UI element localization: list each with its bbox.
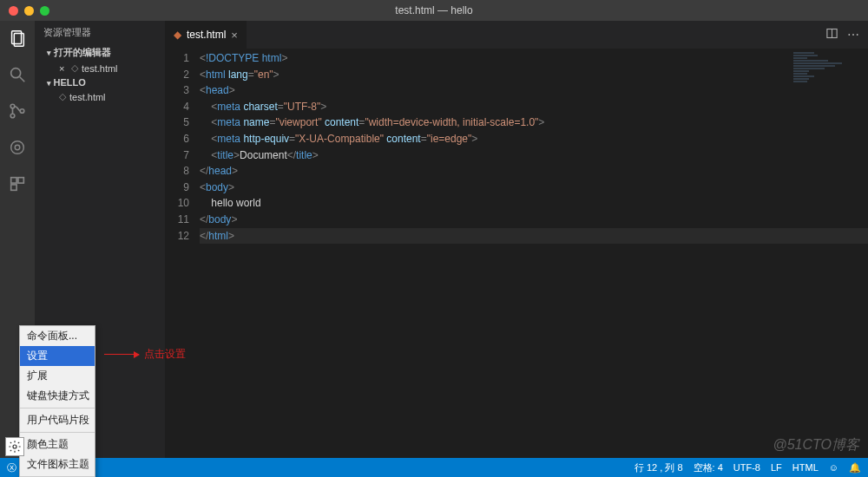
- annotation-arrow: 点击设置: [104, 347, 186, 362]
- maximize-window-button[interactable]: [40, 6, 49, 16]
- open-editor-item[interactable]: ×◇test.html: [35, 61, 165, 75]
- editor-tabs: ◆ test.html × ⋯: [165, 21, 868, 49]
- menu-item[interactable]: 设置: [20, 346, 95, 366]
- menu-item[interactable]: 扩展: [20, 366, 95, 386]
- search-icon[interactable]: [7, 64, 28, 85]
- open-editors-section[interactable]: 打开的编辑器: [35, 44, 165, 61]
- explorer-title: 资源管理器: [35, 21, 165, 44]
- language-status[interactable]: HTML: [792, 462, 819, 473]
- eol-status[interactable]: LF: [771, 462, 782, 473]
- menu-item[interactable]: 颜色主题: [20, 435, 95, 454]
- file-icon: ◇: [71, 62, 78, 74]
- cursor-position[interactable]: 行 12 , 列 8: [635, 461, 683, 474]
- editor-area: ◆ test.html × ⋯ 123456789101112 <!DOCTYP…: [165, 21, 868, 458]
- workspace-section[interactable]: HELLO: [35, 75, 165, 89]
- settings-context-menu: 命令面板...设置扩展键盘快捷方式用户代码片段颜色主题文件图标主题检查更新...: [19, 325, 95, 477]
- svg-rect-11: [11, 185, 16, 190]
- settings-gear-button[interactable]: [5, 437, 24, 456]
- file-name: test.html: [69, 92, 106, 102]
- watermark: @51CTO博客: [773, 436, 859, 454]
- vscode-window: test.html — hello 资源管理器 打开的编辑器 ×◇test.ht…: [0, 0, 868, 477]
- line-numbers: 123456789101112: [165, 50, 200, 244]
- titlebar: test.html — hello: [0, 0, 868, 21]
- annotation-text: 点击设置: [144, 347, 186, 362]
- menu-item[interactable]: 文件图标主题: [20, 454, 95, 474]
- close-tab-icon[interactable]: ×: [231, 29, 238, 42]
- explorer-icon[interactable]: [7, 28, 28, 49]
- svg-rect-10: [18, 178, 23, 183]
- window-controls: [9, 6, 49, 16]
- extensions-icon[interactable]: [7, 173, 28, 194]
- indent-status[interactable]: 空格: 4: [694, 461, 723, 474]
- tab-label: test.html: [187, 29, 226, 41]
- menu-item[interactable]: 命令面板...: [20, 326, 95, 346]
- status-bar: ⓧ 0 ⚠ 0 行 12 , 列 8 空格: 4 UTF-8 LF HTML ☺…: [0, 458, 868, 477]
- svg-point-5: [10, 114, 15, 118]
- svg-point-2: [11, 69, 21, 78]
- svg-point-6: [20, 109, 24, 114]
- debug-icon[interactable]: [7, 137, 28, 158]
- minimap[interactable]: [793, 52, 863, 121]
- code-editor[interactable]: 123456789101112 <!DOCTYPE html><html lan…: [165, 49, 868, 244]
- close-window-button[interactable]: [9, 6, 18, 16]
- file-name: test.html: [82, 63, 118, 74]
- source-control-icon[interactable]: [7, 101, 28, 121]
- svg-point-8: [15, 145, 20, 150]
- menu-item[interactable]: 键盘快捷方式: [20, 386, 95, 406]
- file-type-icon: ◆: [174, 29, 181, 41]
- file-item[interactable]: ◇test.html: [35, 89, 165, 104]
- minimize-window-button[interactable]: [24, 6, 34, 16]
- svg-line-3: [20, 77, 25, 82]
- split-editor-icon[interactable]: [825, 27, 838, 42]
- svg-point-14: [13, 445, 16, 448]
- feedback-icon[interactable]: ☺: [829, 462, 838, 473]
- svg-rect-9: [11, 178, 16, 183]
- code-content[interactable]: <!DOCTYPE html><html lang="en"><head> <m…: [200, 50, 868, 244]
- notifications-icon[interactable]: 🔔: [849, 462, 861, 474]
- editor-tab[interactable]: ◆ test.html ×: [165, 21, 247, 49]
- file-icon: ◇: [59, 91, 66, 102]
- more-actions-icon[interactable]: ⋯: [847, 28, 859, 42]
- close-editor-icon[interactable]: ×: [59, 63, 68, 74]
- encoding-status[interactable]: UTF-8: [733, 462, 760, 473]
- svg-point-4: [10, 104, 15, 108]
- menu-item[interactable]: 用户代码片段: [20, 410, 95, 430]
- window-title: test.html — hello: [395, 4, 472, 16]
- svg-point-7: [11, 141, 24, 154]
